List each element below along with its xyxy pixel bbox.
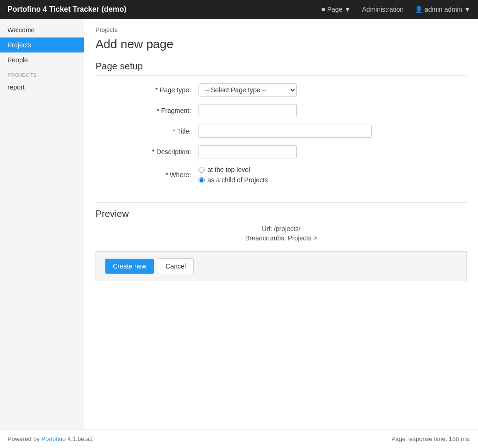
sidebar-item-report[interactable]: report <box>0 80 84 95</box>
form-section: * Page type: -- Select Page type --Custo… <box>96 76 467 199</box>
response-time: Page response time: 188 ms. <box>391 435 471 442</box>
layout: Welcome Projects People PROJECTS report … <box>0 19 478 429</box>
user-label: admin admin <box>425 6 462 13</box>
title-label: * Title: <box>96 127 199 135</box>
user-icon: 👤 <box>415 6 423 13</box>
user-chevron-icon: ▼ <box>464 6 471 13</box>
where-child-label: as a child of Projects <box>207 176 268 184</box>
page-label: Page <box>327 6 343 13</box>
sidebar-section-projects: PROJECTS <box>0 67 84 80</box>
form-section-title: Page setup <box>96 61 467 76</box>
cancel-button[interactable]: Cancel <box>158 258 194 274</box>
page-type-select[interactable]: -- Select Page type --Custom PageCRUDTex… <box>199 83 297 97</box>
fragment-row: * Fragment: <box>96 104 467 117</box>
footer-powered-by: Powered by Portofino 4.1.beta2 <box>7 435 391 442</box>
page-type-label: * Page type: <box>96 86 199 94</box>
top-nav: Portofino 4 Ticket Tracker (demo) ■ Page… <box>0 0 478 19</box>
user-menu[interactable]: 👤 admin admin ▼ <box>415 6 471 13</box>
action-bar: Create new Cancel <box>96 251 467 281</box>
nav-items: ■ Page ▼ Administration 👤 admin admin ▼ <box>321 6 471 13</box>
where-child-option[interactable]: as a child of Projects <box>199 176 268 184</box>
description-label: * Description: <box>96 148 199 156</box>
sidebar: Welcome Projects People PROJECTS report <box>0 19 84 429</box>
create-new-button[interactable]: Create new <box>105 259 154 274</box>
powered-by-text: Powered by <box>7 435 41 442</box>
main-content: Projects Add new page Page setup * Page … <box>84 19 478 429</box>
page-type-row: * Page type: -- Select Page type --Custo… <box>96 83 467 97</box>
footer: Powered by Portofino 4.1.beta2 Page resp… <box>0 429 478 448</box>
preview-section: Preview Url: /projects/ Breadcrumbs: Pro… <box>96 202 467 242</box>
page-title: Add new page <box>96 37 467 52</box>
administration-link[interactable]: Administration <box>362 6 404 13</box>
sidebar-item-welcome[interactable]: Welcome <box>0 22 84 37</box>
where-row: * Where: at the top level as a child of … <box>96 166 467 184</box>
sidebar-item-people[interactable]: People <box>0 52 84 67</box>
description-row: * Description: <box>96 145 467 158</box>
fragment-input[interactable] <box>199 104 297 117</box>
page-menu[interactable]: ■ Page ▼ <box>321 6 351 13</box>
administration-label: Administration <box>362 6 404 13</box>
portofino-link[interactable]: Portofino <box>41 435 66 442</box>
page-icon: ■ <box>321 6 325 13</box>
where-top-level-option[interactable]: at the top level <box>199 166 268 173</box>
where-top-label: at the top level <box>207 166 250 173</box>
where-child-radio[interactable] <box>199 177 205 183</box>
breadcrumb: Projects <box>96 26 467 33</box>
where-top-radio[interactable] <box>199 167 205 173</box>
sidebar-item-projects[interactable]: Projects <box>0 37 84 52</box>
preview-url: Url: /projects/ <box>96 225 467 232</box>
page-chevron-icon: ▼ <box>344 6 351 13</box>
title-row: * Title: <box>96 125 467 138</box>
where-radio-group: at the top level as a child of Projects <box>199 166 268 184</box>
app-title: Portofino 4 Ticket Tracker (demo) <box>7 5 321 14</box>
preview-title: Preview <box>96 209 467 219</box>
title-input[interactable] <box>199 125 372 138</box>
description-input[interactable] <box>199 145 297 158</box>
fragment-label: * Fragment: <box>96 107 199 114</box>
preview-breadcrumbs: Breadcrumbs: Projects > <box>96 234 467 242</box>
version-text: 4.1.beta2 <box>66 435 93 442</box>
where-label: * Where: <box>96 171 199 179</box>
